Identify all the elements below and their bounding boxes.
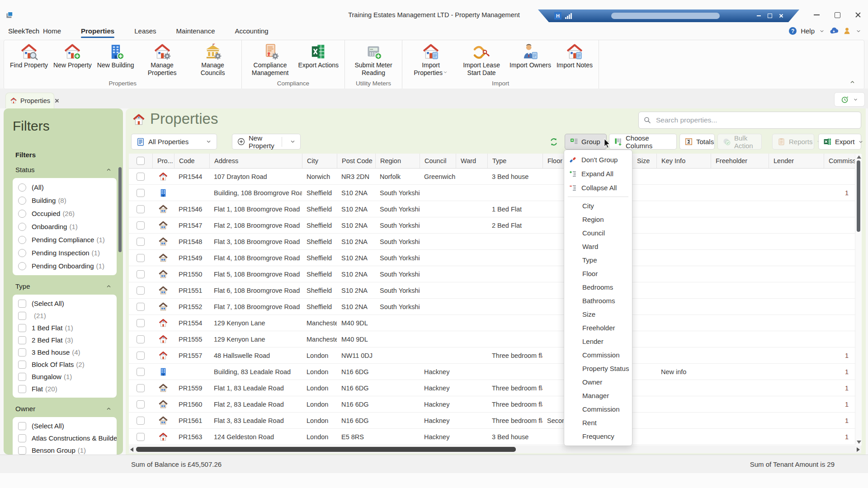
menu-item-region-1[interactable]: Region xyxy=(564,212,632,226)
recorder-minimize-button[interactable] xyxy=(754,11,763,20)
table-row[interactable]: PR1561Flat 3, 83 Leadale RoadLondonN16 6… xyxy=(129,413,861,429)
window-close-button[interactable] xyxy=(850,8,866,22)
column-header-council[interactable]: Council xyxy=(420,154,456,168)
menu-item-property-status-12[interactable]: Property Status xyxy=(564,361,632,375)
row-checkbox[interactable] xyxy=(137,254,145,262)
filter-option-all[interactable]: (All) xyxy=(18,181,117,194)
table-row[interactable]: PR155748 Hallswelle RoadLondonNW11 0DJTh… xyxy=(129,347,861,364)
radio-control[interactable] xyxy=(18,262,26,270)
row-checkbox[interactable] xyxy=(137,286,145,295)
filter-option-atlas-constructions-builders[interactable]: Atlas Constructions & Builders(7) xyxy=(18,432,117,444)
ribbon-button-manage-properties[interactable]: Manage Properties xyxy=(137,42,187,78)
ribbon-button-import-notes[interactable]: Import Notes xyxy=(554,42,595,70)
row-checkbox[interactable] xyxy=(137,205,145,213)
bulk-action-button[interactable]: Bulk Action xyxy=(717,134,762,150)
chevron-down-icon[interactable] xyxy=(819,28,825,34)
table-row[interactable]: PR1560Flat 2, 83 Leadale RoadLondonN16 6… xyxy=(129,396,861,413)
filter-option-occupied[interactable]: Occupied(26) xyxy=(18,207,117,220)
group-button[interactable]: Group xyxy=(565,134,607,150)
row-checkbox[interactable] xyxy=(137,238,145,246)
row-checkbox[interactable] xyxy=(137,303,145,311)
checkbox-control[interactable] xyxy=(18,434,26,442)
menu-item-lender-10[interactable]: Lender xyxy=(564,334,632,348)
checkbox-control[interactable] xyxy=(18,348,26,357)
row-checkbox[interactable] xyxy=(137,173,145,181)
column-header-address[interactable]: Address xyxy=(209,154,302,168)
choose-columns-button[interactable]: Choose Columns xyxy=(609,134,677,150)
column-header-select[interactable] xyxy=(129,154,152,168)
help-label[interactable]: Help xyxy=(801,27,815,35)
filter-option-blank[interactable]: (21) xyxy=(18,310,117,322)
filter-section-type[interactable]: Type xyxy=(15,282,112,290)
recorder-restore-button[interactable] xyxy=(765,11,774,20)
checkbox-control[interactable] xyxy=(18,385,26,393)
ribbon-button-find-property[interactable]: Find Property xyxy=(8,42,50,70)
menu-item-ward-3[interactable]: Ward xyxy=(564,239,632,253)
table-row[interactable]: Building, 83 Leadale RoadLondonN16 6DGHa… xyxy=(129,364,861,380)
column-header-lender[interactable]: Lender xyxy=(769,154,824,168)
filter-option-pending-compliance[interactable]: Pending Compliance(1) xyxy=(18,233,117,246)
menu-item-rent-16[interactable]: Rent xyxy=(564,416,632,429)
ribbon-button-export-actions[interactable]: Export Actions xyxy=(296,42,341,70)
checkbox-control[interactable] xyxy=(18,422,26,430)
export-button[interactable]: Export xyxy=(818,134,861,150)
column-header-freeholder[interactable]: Freeholder xyxy=(711,154,769,168)
menu-tab-properties[interactable]: Properties xyxy=(81,27,114,35)
checkbox-control[interactable] xyxy=(18,324,26,332)
filter-option-2-bed-flat[interactable]: 2 Bed Flat(3) xyxy=(18,334,117,346)
filter-option-block-of-flats[interactable]: Block Of Flats(2) xyxy=(18,358,117,371)
history-icon[interactable] xyxy=(840,95,849,104)
horizontal-scrollbar[interactable] xyxy=(129,446,861,453)
scroll-down-icon[interactable] xyxy=(857,441,861,444)
menu-item-don-t-group[interactable]: Don't Group xyxy=(564,153,632,167)
vertical-scrollbar[interactable] xyxy=(855,154,862,445)
reports-button[interactable]: Reports xyxy=(772,134,814,150)
filter-option-1-bed-flat[interactable]: 1 Bed Flat(1) xyxy=(18,322,117,334)
column-header-size[interactable]: Size xyxy=(632,154,656,168)
help-icon[interactable]: ? xyxy=(789,27,797,35)
filter-option-benson-group[interactable]: Benson Group(1) xyxy=(18,444,117,455)
menu-tab-home[interactable]: Home xyxy=(43,27,61,35)
column-header-key-info[interactable]: Key Info xyxy=(656,154,711,168)
table-row[interactable]: PR1552Flat 7, 108 Broomgrove RoadSheffie… xyxy=(129,299,861,315)
row-checkbox[interactable] xyxy=(137,352,145,360)
table-row[interactable]: PR1551Flat 6, 108 Broomgrove RoadSheffie… xyxy=(129,282,861,299)
scroll-right-icon[interactable] xyxy=(857,447,860,452)
column-header-ward[interactable]: Ward xyxy=(456,154,487,168)
recorder-close-button[interactable] xyxy=(777,11,786,20)
filter-section-status[interactable]: Status xyxy=(15,166,112,174)
column-header-code[interactable]: Code xyxy=(174,154,209,168)
new-property-button[interactable]: New Property xyxy=(232,134,301,150)
filter-option-pending-onboarding[interactable]: Pending Onboarding(1) xyxy=(18,259,117,272)
filter-option-select-all[interactable]: (Select All) xyxy=(18,420,117,432)
totals-button[interactable]: Totals xyxy=(679,134,715,150)
table-row[interactable]: PR1554129 Kenyon LaneManchesterM40 9DL xyxy=(129,315,861,331)
brand-label[interactable]: SleekTech xyxy=(8,27,39,35)
column-header-post-code[interactable]: Post Code xyxy=(337,154,375,168)
menu-item-expand-all[interactable]: Expand All xyxy=(564,167,632,181)
ribbon-button-manage-councils[interactable]: Manage Councils xyxy=(188,42,238,78)
menu-item-floor-5[interactable]: Floor xyxy=(564,267,632,280)
radio-control[interactable] xyxy=(18,210,26,218)
row-checkbox[interactable] xyxy=(137,221,145,230)
row-checkbox[interactable] xyxy=(137,270,145,278)
table-row[interactable]: Building, 108 Broomgrove RoadSheffieldS1… xyxy=(129,185,861,201)
table-row[interactable]: PR1549Flat 4, 108 Broomgrove RoadSheffie… xyxy=(129,250,861,266)
column-header-city[interactable]: City xyxy=(302,154,337,168)
filter-option-pending-inspection[interactable]: Pending Inspection(1) xyxy=(18,246,117,259)
user-account-icon[interactable] xyxy=(843,27,851,35)
menu-item-type-4[interactable]: Type xyxy=(564,253,632,267)
row-checkbox[interactable] xyxy=(137,319,145,327)
radio-control[interactable] xyxy=(18,197,26,205)
menu-item-size-8[interactable]: Size xyxy=(564,307,632,321)
table-row[interactable]: PR1563124 Geldeston RoadLondonE5 8RSHack… xyxy=(129,429,861,445)
recorder-progress-pill[interactable] xyxy=(611,13,720,19)
row-checkbox[interactable] xyxy=(137,384,145,392)
filter-option-building[interactable]: Building(8) xyxy=(18,194,117,207)
horizontal-scroll-thumb[interactable] xyxy=(136,447,516,452)
menu-item-freeholder-9[interactable]: Freeholder xyxy=(564,321,632,334)
table-row[interactable]: PR1544107 Drayton RoadNorwichNR3 2DNNorf… xyxy=(129,169,861,185)
scroll-up-icon[interactable] xyxy=(857,155,861,159)
checkbox-control[interactable] xyxy=(18,373,26,381)
filter-option-flat[interactable]: Flat(20) xyxy=(18,383,117,395)
